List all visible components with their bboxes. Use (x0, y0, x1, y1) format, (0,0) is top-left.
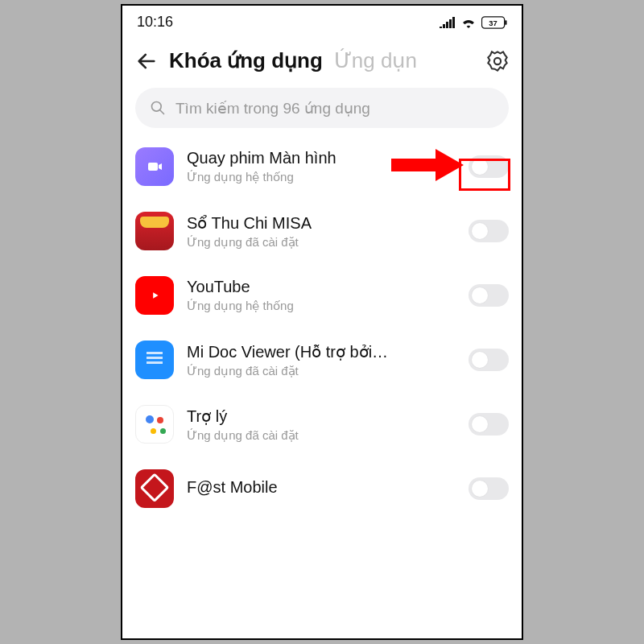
phone-frame: 10:16 37 Khóa ứng dụng Ứng dụn Tìm kiếm … (121, 4, 523, 640)
back-icon[interactable] (135, 50, 158, 72)
toggle-switch[interactable] (469, 220, 509, 242)
svg-text:37: 37 (489, 18, 497, 27)
status-time: 10:16 (137, 14, 173, 31)
app-row-fast-mobile[interactable]: F@st Mobile (135, 456, 509, 521)
app-sub: Ứng dụng hệ thống (187, 170, 456, 184)
svg-rect-6 (148, 163, 158, 171)
status-right: 37 (440, 16, 507, 29)
app-row-assistant[interactable]: Trợ lý Ứng dụng đã cài đặt (135, 392, 509, 456)
midoc-icon (135, 341, 174, 379)
search-icon (150, 100, 166, 116)
app-name: Sổ Thu Chi MISA (187, 213, 456, 233)
svg-rect-1 (505, 20, 506, 25)
tab-hidden-apps[interactable]: Ứng dụn (334, 48, 417, 73)
app-sub: Ứng dụng hệ thống (187, 299, 456, 313)
svg-point-3 (494, 57, 501, 64)
app-sub: Ứng dụng đã cài đặt (187, 428, 456, 443)
toggle-switch[interactable] (469, 155, 509, 178)
toggle-switch[interactable] (469, 284, 509, 307)
app-sub: Ứng dụng đã cài đặt (187, 235, 456, 250)
app-row-youtube[interactable]: YouTube Ứng dụng hệ thống (135, 263, 509, 328)
app-name: Trợ lý (187, 407, 456, 426)
app-name: F@st Mobile (187, 478, 456, 497)
wifi-icon (460, 17, 477, 28)
youtube-icon (135, 276, 174, 315)
battery-icon: 37 (481, 16, 507, 29)
status-bar: 10:16 37 (122, 6, 522, 34)
search-input[interactable]: Tìm kiếm trong 96 ứng dụng (135, 88, 509, 128)
header: Khóa ứng dụng Ứng dụn (122, 34, 522, 83)
app-row-misa[interactable]: Sổ Thu Chi MISA Ứng dụng đã cài đặt (135, 199, 509, 263)
toggle-switch[interactable] (469, 349, 509, 371)
app-name: Quay phim Màn hình (187, 149, 456, 167)
app-row-screen-recorder[interactable]: Quay phim Màn hình Ứng dụng hệ thống (135, 134, 509, 199)
settings-icon[interactable] (486, 50, 509, 72)
app-name: Mi Doc Viewer (Hỗ trợ bởi… (187, 342, 456, 361)
screen-recorder-icon (135, 147, 174, 186)
toggle-switch[interactable] (469, 477, 509, 500)
signal-icon (440, 17, 456, 28)
app-row-midoc[interactable]: Mi Doc Viewer (Hỗ trợ bởi… Ứng dụng đã c… (135, 328, 509, 392)
app-sub: Ứng dụng đã cài đặt (187, 364, 456, 378)
assistant-icon (135, 405, 174, 444)
app-list: Quay phim Màn hình Ứng dụng hệ thống Sổ … (122, 134, 522, 521)
svg-line-5 (160, 110, 164, 114)
fast-mobile-icon (135, 469, 174, 508)
misa-icon (135, 212, 174, 250)
app-name: YouTube (187, 278, 456, 296)
toggle-switch[interactable] (469, 413, 509, 436)
page-title: Khóa ứng dụng (169, 48, 323, 73)
search-placeholder: Tìm kiếm trong 96 ứng dụng (175, 99, 370, 118)
